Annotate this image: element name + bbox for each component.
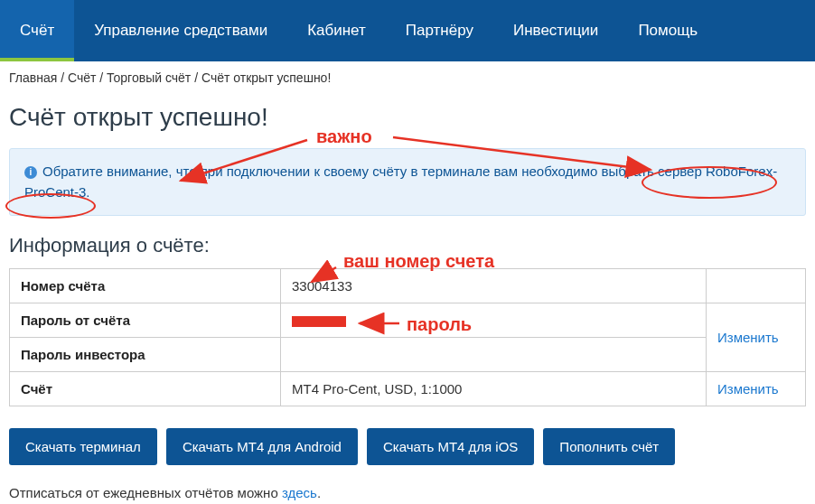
breadcrumb-home[interactable]: Главная	[9, 70, 57, 85]
password-redacted	[292, 316, 346, 327]
download-terminal-button[interactable]: Скачать терминал	[9, 428, 157, 465]
row-value-investor-password	[281, 338, 707, 372]
table-row: Пароль инвестора	[10, 338, 806, 372]
unsubscribe-text: Отписаться от ежедневных отчётов можно з…	[0, 485, 815, 504]
nav-account[interactable]: Счёт	[0, 0, 74, 61]
breadcrumb-current: Счёт открыт успешно!	[201, 70, 331, 85]
breadcrumb-trading[interactable]: Торговый счёт	[107, 70, 191, 85]
nav-help[interactable]: Помощь	[618, 0, 717, 61]
row-value-account-type: MT4 Pro-Cent, USD, 1:1000	[281, 372, 707, 406]
row-value-account-number: 33004133	[281, 269, 707, 303]
row-action-change-account: Изменить	[707, 372, 806, 406]
nav-cabinet[interactable]: Кабинет	[287, 0, 386, 61]
download-mt4-android-button[interactable]: Скачать MT4 для Android	[166, 428, 358, 465]
row-label-investor-password: Пароль инвестора	[10, 338, 281, 372]
nav-invest[interactable]: Инвестиции	[493, 0, 618, 61]
main-navbar: Счёт Управление средствами Кабинет Партн…	[0, 0, 815, 61]
table-row: Номер счёта 33004133	[10, 269, 806, 303]
page-title: Счёт открыт успешно!	[0, 90, 815, 148]
server-alert: iОбратите внимание, что при подключении …	[9, 148, 806, 216]
nav-partner[interactable]: Партнёру	[386, 0, 493, 61]
row-value-password	[281, 303, 707, 338]
row-label-password: Пароль от счёта	[10, 303, 281, 338]
info-icon: i	[24, 166, 37, 179]
account-info-table: Номер счёта 33004133 Пароль от счёта Изм…	[9, 268, 806, 406]
table-row: Счёт MT4 Pro-Cent, USD, 1:1000 Изменить	[10, 372, 806, 406]
table-row: Пароль от счёта Изменить	[10, 303, 806, 338]
unsubscribe-link[interactable]: здесь	[282, 485, 317, 500]
download-mt4-ios-button[interactable]: Скачать MT4 для iOS	[367, 428, 534, 465]
row-action	[707, 269, 806, 303]
change-password-link[interactable]: Изменить	[717, 330, 779, 345]
row-label-account-type: Счёт	[10, 372, 281, 406]
nav-funds[interactable]: Управление средствами	[74, 0, 287, 61]
section-title: Информация о счёте:	[0, 234, 815, 268]
button-row: Скачать терминал Скачать MT4 для Android…	[0, 428, 815, 485]
change-account-link[interactable]: Изменить	[717, 381, 779, 397]
alert-text: Обратите внимание, что при подключении к…	[24, 163, 777, 200]
breadcrumb-account[interactable]: Счёт	[68, 70, 96, 85]
deposit-button[interactable]: Пополнить счёт	[543, 428, 675, 465]
row-label-account-number: Номер счёта	[10, 269, 281, 303]
row-action-change-password: Изменить	[707, 303, 806, 372]
breadcrumb: Главная / Счёт / Торговый счёт / Счёт от…	[0, 61, 815, 90]
